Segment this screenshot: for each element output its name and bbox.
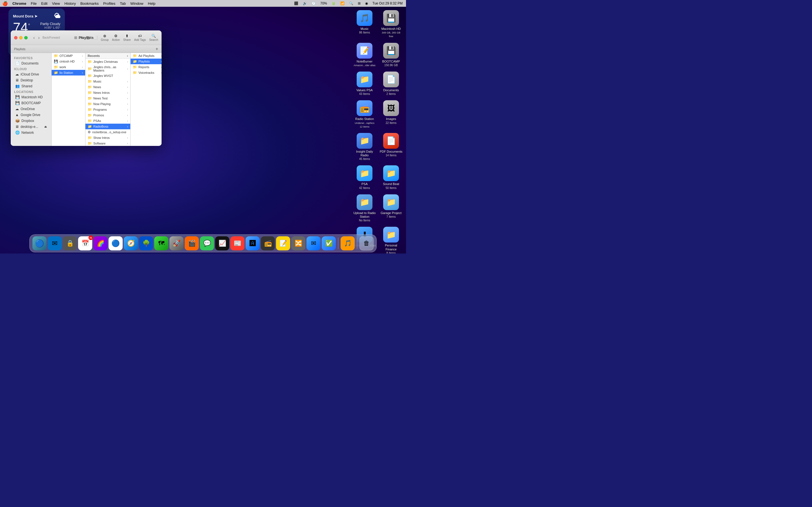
dock-things[interactable]: ✅ — [322, 236, 336, 250]
dock-vlc[interactable]: 🎬 — [185, 236, 199, 250]
desktop-icon-radio-station[interactable]: 📻 Radio StationUnderwr...raphics12 Items — [352, 99, 377, 130]
desktop-icon-personal-finance[interactable]: 📁 Personal Finance8 Items — [378, 225, 404, 253]
forward-button[interactable]: › — [37, 35, 41, 41]
dock-maps[interactable]: 🗺 — [154, 236, 168, 250]
col2-news-test[interactable]: 📁 News Test › — [86, 96, 130, 101]
apple-menu[interactable]: 🍎 — [2, 1, 8, 6]
col1-item-otcamp[interactable]: 📁 OTCAMP › — [52, 53, 85, 59]
desktop-icon-pdf-documents[interactable]: 📄 PDF Documents14 Items — [378, 131, 404, 163]
search-icon[interactable]: 🔍 — [348, 1, 354, 5]
col2-radioboss[interactable]: 📁 RadioBoss › — [86, 124, 130, 129]
add-button[interactable]: + — [156, 47, 158, 52]
sidebar-item-documents[interactable]: 📄 Documents — [12, 60, 50, 66]
minimize-button[interactable] — [19, 36, 22, 40]
group-button[interactable]: ⊛ Group — [101, 34, 109, 41]
desktop-icon-documents[interactable]: 📄 Documents2 Items — [378, 70, 404, 98]
desktop-icon-bootcamp[interactable]: 💾 BOOTCAMP150.96 GB — [378, 41, 404, 69]
desktop-icon-psa[interactable]: 📁 PSA42 Items — [352, 164, 377, 191]
view-icon-gallery[interactable]: ⬜ — [93, 36, 98, 40]
menubar-item-view[interactable]: View — [50, 1, 62, 6]
volume-icon[interactable]: 🔊 — [302, 1, 308, 5]
action-button[interactable]: ⚙ Action — [112, 34, 120, 41]
battery-icon[interactable]: 🔋 — [331, 1, 337, 5]
desktop-icon-images[interactable]: 🖼 Images22 Items — [378, 99, 404, 130]
share-button[interactable]: ⬆ Share — [123, 34, 131, 41]
clock-icon[interactable]: 🕐 — [310, 1, 317, 5]
dock-filemerge[interactable]: 🔀 — [291, 236, 305, 250]
dock-mail[interactable]: ✉ — [306, 236, 320, 250]
col2-news-intros[interactable]: 📁 News Intros › — [86, 90, 130, 96]
sidebar-item-desktop[interactable]: 🖥 Desktop — [12, 77, 50, 83]
sidebar-item-macintosh-hd[interactable]: 💾 Macintosh HD — [12, 94, 50, 100]
add-tags-button[interactable]: 🏷 Add Tags — [134, 34, 146, 41]
control-center-icon[interactable]: ⊞ — [357, 1, 362, 5]
dock-outlook[interactable]: ✉ — [48, 236, 62, 250]
dock-stocks[interactable]: 📈 — [215, 236, 229, 250]
col1-item-radio-station[interactable]: 📁 lio Station › — [52, 70, 85, 75]
col2-news[interactable]: 📁 News › — [86, 84, 130, 90]
sidebar-item-desktop-e[interactable]: 🖥 desktop-e... ⏏ — [12, 124, 50, 129]
col2-psas[interactable]: 📁 PSAs › — [86, 118, 130, 124]
col3-voicetracks[interactable]: 📁 Voicetracks › — [131, 70, 161, 75]
col2-programs[interactable]: 📁 Programs › — [86, 107, 130, 112]
col3-ad-playlists[interactable]: 📁 Ad Playlists › — [131, 53, 161, 59]
dock-calendar[interactable]: 📅 31 — [78, 236, 92, 250]
desktop-icon-noteburner[interactable]: 📝 NoteBurnerAmazon...rder alias — [352, 41, 377, 69]
sidebar-item-shared[interactable]: 👥 Shared — [12, 83, 50, 89]
col3-reports[interactable]: 📁 Reports › — [131, 64, 161, 70]
col2-jingles-christmas-masters[interactable]: 📁 Jingles chris...as Masters › — [86, 64, 130, 73]
col2-promos[interactable]: 📁 Promos › — [86, 112, 130, 118]
wifi-icon[interactable]: 📶 — [339, 1, 346, 5]
menubar-item-edit[interactable]: Edit — [39, 1, 50, 6]
menubar-item-window[interactable]: Window — [128, 1, 146, 6]
view-icon-grid[interactable]: ⊞ — [74, 36, 77, 40]
dock-trash[interactable]: 🗑 — [359, 236, 373, 250]
col2-music[interactable]: 📁 Music › — [86, 78, 130, 84]
menubar-item-file[interactable]: File — [29, 1, 39, 6]
maximize-button[interactable] — [24, 36, 28, 40]
menubar-item-history[interactable]: History — [62, 1, 78, 6]
menubar-item-bookmarks[interactable]: Bookmarks — [78, 1, 101, 6]
menubar-item-tab[interactable]: Tab — [117, 1, 128, 6]
desktop-icon-macintosh-hd[interactable]: 💾 Macintosh HD349 GB, 265 GB free — [378, 8, 404, 40]
sidebar-item-bootcamp[interactable]: 💾 BOOTCAMP — [12, 100, 50, 106]
dock-amazon-music[interactable]: 🎵 — [341, 236, 355, 250]
col1-item-work[interactable]: 📁 work › — [52, 64, 85, 70]
col3-playlists[interactable]: 📁 Playlists › — [131, 59, 161, 64]
dock-messages[interactable]: 💬 — [200, 236, 214, 250]
sidebar-item-dropbox[interactable]: 📦 Dropbox — [12, 118, 50, 124]
sidebar-item-icloud-drive[interactable]: ☁ iCloud Drive — [12, 71, 50, 77]
dock-radioboss[interactable]: 📻 — [261, 236, 275, 250]
dock-finder[interactable]: 🔵 — [33, 236, 47, 250]
col2-jingles-christmas[interactable]: 📁 Jingles Christmas › — [86, 59, 130, 64]
dock-notch[interactable]: 🔒 — [63, 236, 77, 250]
dock-news[interactable]: 📰 — [231, 236, 245, 250]
desktop-icon-music[interactable]: 🎵 Music86 Items — [352, 8, 377, 40]
col2-jingles-wvgt[interactable]: 📁 Jingles WVGT — [86, 73, 130, 78]
menubar-item-chrome[interactable]: Chrome — [10, 1, 29, 6]
dock-launchpad[interactable]: 🚀 — [169, 236, 184, 250]
col2-rocketbro[interactable]: ⚙ rocketbroa...o_setup.exe — [86, 129, 130, 135]
desktop-icon-insight-daily-radio[interactable]: 📁 Insight Daily Radio45 Items — [352, 131, 377, 163]
dock-notes[interactable]: 📝 — [276, 236, 290, 250]
sidebar-item-onedrive[interactable]: ☁ OneDrive — [12, 106, 50, 112]
dock-chrome[interactable]: 🔵 — [109, 236, 123, 250]
col2-show-intros[interactable]: 📁 Show Intros › — [86, 135, 130, 140]
desktop-icon-upload-radio-station[interactable]: 📁 Upload to Radio StationNo Items — [352, 193, 377, 224]
sidebar-item-network[interactable]: 🌐 Network — [12, 129, 50, 135]
siri-icon[interactable]: ◉ — [364, 1, 369, 5]
dock-arc[interactable]: 🌈 — [93, 236, 107, 250]
desktop-icon-sound-beat[interactable]: 📁 Sound Beat50 Items — [378, 164, 404, 191]
dock-appstore[interactable]: 🅰 — [246, 236, 260, 250]
dock-sourcetree[interactable]: 🌳 — [139, 236, 153, 250]
search-button[interactable]: 🔍 Search — [149, 34, 158, 41]
col2-software[interactable]: 📁 Software › — [86, 140, 130, 146]
back-button[interactable]: ‹ — [32, 35, 36, 41]
close-button[interactable] — [14, 36, 17, 40]
desktop-icon-values-psa[interactable]: 📁 Values PSA43 Items — [352, 70, 377, 98]
col2-now-playing[interactable]: 📁 Now Playing › — [86, 101, 130, 107]
dock-safari[interactable]: 🧭 — [124, 236, 138, 250]
menubar-item-profiles[interactable]: Profiles — [101, 1, 117, 6]
desktop-icon-garage-project[interactable]: 📁 Garage Project7 Items — [378, 193, 404, 224]
col1-item-cintosh-hd[interactable]: 💾 cintosh HD › — [52, 59, 85, 64]
